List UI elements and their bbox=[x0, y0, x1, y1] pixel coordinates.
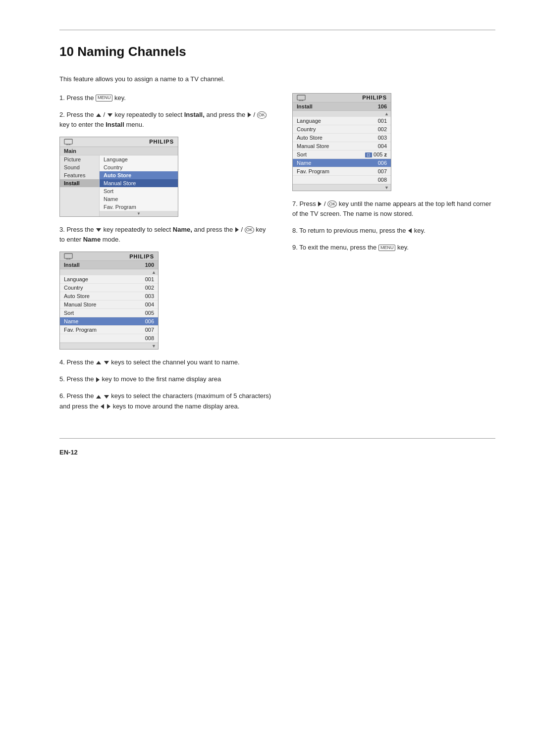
menu-mockup-1: PHILIPS Main Picture Sound Features Inst… bbox=[59, 137, 178, 217]
step-9: 9. To exit the menu, press the MENU key. bbox=[292, 243, 495, 252]
ok-key-icon-2: OK bbox=[257, 111, 267, 119]
menu3-manualstore: Manual Store004 bbox=[293, 142, 391, 151]
name-mode-bold: Name bbox=[83, 236, 101, 243]
menu1-right-name: Name bbox=[100, 195, 178, 203]
menu2-title: Install bbox=[64, 262, 80, 268]
chapter-number: 10 bbox=[59, 44, 74, 59]
monitor-icon-2 bbox=[64, 253, 73, 259]
menu2-008: 008 bbox=[60, 334, 158, 343]
menu3-autostore: Auto Store003 bbox=[293, 134, 391, 142]
step-2: 2. Press the / key repeatedly to select … bbox=[59, 110, 272, 130]
svg-rect-8 bbox=[297, 95, 305, 100]
down-arrow-icon bbox=[107, 113, 112, 117]
menu3-country: Country002 bbox=[293, 125, 391, 134]
menu1-right-language: Language bbox=[100, 155, 178, 163]
menu2-header: PHILIPS bbox=[60, 252, 158, 261]
menu1-right-favprogram: Fav. Program bbox=[100, 203, 178, 211]
right-icon-5 bbox=[96, 377, 100, 382]
svg-rect-0 bbox=[64, 139, 72, 144]
right-arrow-icon bbox=[248, 112, 251, 117]
right-icon-7 bbox=[318, 202, 321, 206]
ok-key-icon-7: OK bbox=[327, 201, 337, 208]
menu3-favprogram: Fav. Program007 bbox=[293, 167, 391, 176]
step-1-num: 1. Press the MENU key. bbox=[59, 94, 126, 101]
menu2-country: Country002 bbox=[60, 284, 158, 292]
philips-logo-1: PHILIPS bbox=[149, 139, 174, 145]
down-icon-4 bbox=[104, 361, 109, 364]
install-bold: Install, bbox=[184, 111, 205, 118]
menu1-right-sort: Sort bbox=[100, 187, 178, 195]
step-5: 5. Press the key to move to the first na… bbox=[59, 374, 272, 384]
menu2-scroll-down: ▼ bbox=[60, 343, 158, 349]
ok-key-icon-3: OK bbox=[245, 226, 254, 234]
step-4: 4. Press the keys to select the channel … bbox=[59, 357, 272, 367]
chapter-title-label: Naming Channels bbox=[77, 44, 186, 59]
menu1-title-row: Main bbox=[60, 147, 178, 155]
menu3-name: Name006 bbox=[293, 159, 391, 167]
menu-key-icon-1: MENU bbox=[96, 95, 113, 101]
top-rule bbox=[59, 30, 495, 30]
page-number: EN-12 bbox=[59, 449, 78, 456]
menu1-scroll-indicator: ▼ bbox=[100, 211, 178, 216]
menu1-title: Main bbox=[64, 148, 76, 154]
menu1-right-autostore: Auto Store bbox=[100, 171, 178, 179]
left-column: 1. Press the MENU key. 2. Press the / ke… bbox=[59, 93, 272, 418]
menu3-number: 106 bbox=[378, 103, 387, 109]
right-column: PHILIPS Install 106 ▲ Language001 Countr… bbox=[292, 93, 495, 418]
down-arrow-icon-3 bbox=[96, 228, 101, 232]
menu3-008: 008 bbox=[293, 176, 391, 184]
menu1-right-items: Language Country Auto Store Manual Store… bbox=[100, 155, 178, 216]
menu2-title-row: Install 100 bbox=[60, 261, 158, 269]
step-1: 1. Press the MENU key. bbox=[59, 93, 272, 103]
name-bold: Name, bbox=[173, 226, 192, 233]
left-icon-8 bbox=[408, 228, 412, 233]
install-menu-bold: Install bbox=[106, 121, 124, 128]
step-6: 6. Press the keys to select the characte… bbox=[59, 391, 272, 411]
menu-key-icon-9: MENU bbox=[378, 245, 396, 252]
chapter-title: 10 Naming Channels bbox=[59, 44, 495, 59]
menu1-header: PHILIPS bbox=[60, 137, 178, 147]
bottom-rule bbox=[59, 438, 495, 439]
menu1-left-items: Picture Sound Features Install bbox=[60, 155, 100, 216]
menu2-name: Name006 bbox=[60, 317, 158, 326]
menu2-scroll-up: ▲ bbox=[60, 269, 158, 275]
menu1-right-manualstore: Manual Store bbox=[100, 179, 178, 187]
left-icon-6 bbox=[101, 404, 104, 409]
menu1-left-features: Features bbox=[60, 171, 99, 179]
philips-logo-3: PHILIPS bbox=[362, 95, 387, 101]
menu2-sort: Sort005 bbox=[60, 309, 158, 317]
menu3-scroll-down: ▼ bbox=[293, 184, 391, 191]
menu3-title-row: Install 106 bbox=[293, 102, 391, 111]
philips-logo-2: PHILIPS bbox=[129, 253, 154, 259]
step-7: 7. Press / OK key until the name appears… bbox=[292, 199, 495, 219]
menu1-right-country: Country bbox=[100, 163, 178, 171]
edit-z: z bbox=[384, 151, 387, 157]
monitor-icon-3 bbox=[297, 95, 306, 101]
menu2-number: 100 bbox=[145, 262, 154, 268]
menu1-left-picture: Picture bbox=[60, 155, 99, 163]
up-icon-6 bbox=[96, 395, 101, 399]
down-icon-6 bbox=[104, 395, 109, 399]
right-arrow-icon-3 bbox=[235, 227, 239, 232]
edit-indicator: ⊡ bbox=[365, 152, 372, 157]
intro-text: This feature allows you to assign a name… bbox=[59, 74, 272, 84]
menu2-manualstore: Manual Store004 bbox=[60, 301, 158, 309]
content-area: 1. Press the MENU key. 2. Press the / ke… bbox=[59, 93, 495, 418]
menu3-header: PHILIPS bbox=[293, 94, 391, 102]
up-icon-4 bbox=[96, 361, 101, 364]
menu1-left-install: Install bbox=[60, 179, 99, 187]
menu3-title: Install bbox=[297, 103, 313, 109]
monitor-icon-1 bbox=[64, 139, 73, 145]
menu1-left-sound: Sound bbox=[60, 163, 99, 171]
step-3: 3. Press the key repeatedly to select Na… bbox=[59, 225, 272, 245]
menu-mockup-3: PHILIPS Install 106 ▲ Language001 Countr… bbox=[292, 93, 391, 191]
menu3-language: Language001 bbox=[293, 117, 391, 125]
svg-rect-4 bbox=[64, 253, 72, 258]
menu-mockup-2: PHILIPS Install 100 ▲ Language001 Countr… bbox=[59, 252, 159, 350]
menu3-sort: Sort ⊡ 005 z bbox=[293, 151, 391, 159]
menu1-body: Picture Sound Features Install Language … bbox=[60, 155, 178, 216]
right-icon-6 bbox=[107, 404, 110, 409]
menu2-favprogram: Fav. Program007 bbox=[60, 326, 158, 334]
page: 10 Naming Channels This feature allows y… bbox=[0, 0, 535, 756]
step-8: 8. To return to previous menu, press the… bbox=[292, 226, 495, 236]
